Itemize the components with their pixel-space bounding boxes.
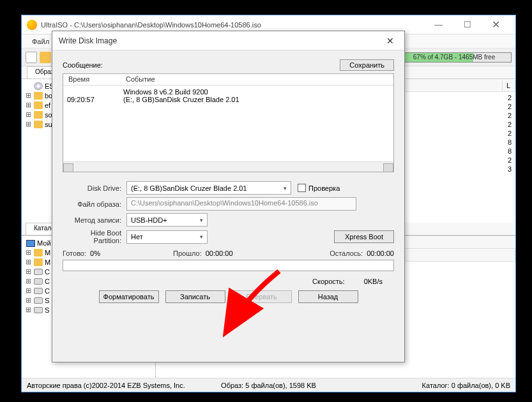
drive-icon	[34, 297, 43, 304]
statusbar: Авторские права (c)2002-2014 EZB Systems…	[22, 378, 515, 392]
xpress-boot-button[interactable]: Xpress Boot	[334, 230, 394, 243]
log-box: Время Событие Windows 8 v6.2 Build 9200 …	[63, 73, 394, 172]
disk-drive-select[interactable]: (E:, 8 GB)SanDisk Cruzer Blade 2.01▾	[126, 181, 291, 195]
disc-icon	[34, 82, 43, 90]
log-col-event: Событие	[121, 74, 160, 85]
message-label: Сообщение:	[63, 61, 103, 69]
progress-bar	[63, 260, 394, 271]
window-title: UltraISO - C:\Users\osiphanan\Desktop\Wi…	[41, 21, 424, 29]
format-button[interactable]: Форматировать	[99, 290, 159, 303]
drive-icon	[34, 278, 43, 285]
dialog-title: Write Disk Image	[59, 36, 383, 45]
drive-icon	[34, 288, 43, 294]
abort-button: Прервать	[232, 290, 292, 303]
verify-checkbox[interactable]: Проверка	[298, 184, 340, 192]
write-disk-dialog: Write Disk Image ✕ Сообщение: Сохранить …	[52, 31, 405, 362]
drive-icon	[34, 307, 43, 313]
new-file-icon[interactable]	[26, 52, 37, 63]
close-icon[interactable]: ✕	[383, 36, 398, 46]
menu-file[interactable]: Файл	[27, 36, 54, 47]
folder-icon	[34, 258, 43, 266]
folder-icon	[34, 111, 43, 119]
folder-icon	[34, 249, 43, 257]
scrollbar[interactable]	[63, 161, 393, 172]
open-file-icon[interactable]	[40, 52, 51, 63]
folder-icon	[34, 92, 43, 100]
save-button[interactable]: Сохранить	[340, 59, 394, 71]
computer-icon	[26, 240, 35, 247]
chevron-down-icon: ▾	[200, 234, 203, 240]
disk-usage-bar: 67% of 4.7GB - 1465MB free	[397, 52, 512, 63]
drive-icon	[34, 269, 43, 275]
write-method-select[interactable]: USB-HDD+▾	[126, 213, 208, 227]
close-icon[interactable]: ✕	[482, 16, 510, 34]
chevron-down-icon: ▾	[284, 185, 287, 191]
minimize-icon[interactable]: —	[424, 16, 453, 34]
folder-icon	[34, 121, 43, 128]
maximize-icon[interactable]: ☐	[453, 16, 482, 34]
hide-boot-select[interactable]: Нет▾	[126, 230, 208, 244]
app-icon	[27, 20, 37, 30]
log-col-time: Время	[63, 74, 121, 85]
back-button[interactable]: Назад	[298, 290, 358, 303]
write-button[interactable]: Записать	[165, 290, 225, 303]
image-file-field: C:\Users\osiphanan\Desktop\Windows10Home…	[126, 197, 356, 211]
chevron-down-icon: ▾	[200, 217, 203, 223]
folder-icon	[34, 101, 43, 109]
